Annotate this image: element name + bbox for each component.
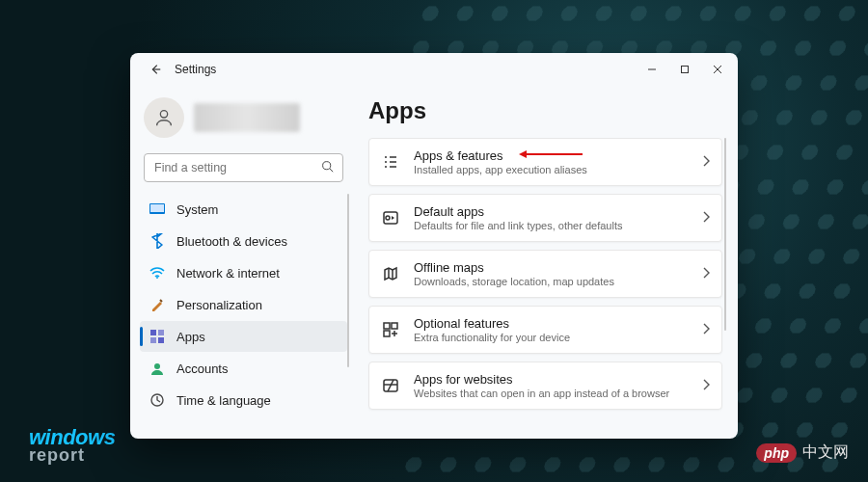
svg-rect-6 bbox=[150, 330, 156, 335]
card-subtitle: Downloads, storage location, map updates bbox=[414, 276, 689, 287]
sidebar-item-label: System bbox=[176, 202, 218, 217]
annotation-arrow-icon bbox=[517, 148, 584, 160]
apps-websites-icon bbox=[381, 376, 400, 395]
sidebar-item-bluetooth[interactable]: Bluetooth & devices bbox=[140, 226, 347, 256]
svg-rect-8 bbox=[150, 337, 156, 343]
svg-point-5 bbox=[156, 277, 158, 279]
maximize-icon bbox=[680, 65, 690, 74]
card-title: Offline maps bbox=[414, 260, 689, 275]
card-title: Apps & features bbox=[414, 148, 689, 163]
card-subtitle: Websites that can open in an app instead… bbox=[414, 388, 689, 399]
sidebar-item-apps[interactable]: Apps bbox=[140, 321, 347, 352]
sidebar-item-label: Bluetooth & devices bbox=[176, 234, 287, 249]
svg-point-14 bbox=[386, 216, 390, 220]
svg-rect-15 bbox=[384, 323, 390, 329]
card-title: Apps for websites bbox=[414, 372, 689, 387]
watermark-windowsreport: windows report bbox=[29, 428, 115, 463]
chevron-right-icon bbox=[702, 265, 710, 282]
svg-rect-9 bbox=[158, 337, 164, 343]
sidebar-item-label: Accounts bbox=[176, 362, 228, 376]
card-subtitle: Installed apps, app execution aliases bbox=[414, 164, 689, 175]
minimize-button[interactable] bbox=[636, 56, 668, 83]
card-apps-websites[interactable]: Apps for websites Websites that can open… bbox=[368, 362, 722, 410]
sidebar-item-label: Apps bbox=[176, 330, 205, 344]
sidebar-item-system[interactable]: System bbox=[140, 194, 347, 225]
svg-point-2 bbox=[323, 162, 331, 170]
card-default-apps[interactable]: Default apps Defaults for file and link … bbox=[368, 194, 722, 242]
main-panel: Apps Apps & features Installed apps, app… bbox=[357, 86, 738, 439]
chevron-right-icon bbox=[702, 209, 710, 227]
person-icon bbox=[153, 107, 175, 128]
sidebar-item-network[interactable]: Network & internet bbox=[140, 257, 347, 288]
card-text: Optional features Extra functionality fo… bbox=[414, 316, 689, 343]
settings-cards: Apps & features Installed apps, app exec… bbox=[368, 138, 722, 410]
sidebar-item-accounts[interactable]: Accounts bbox=[140, 353, 347, 384]
arrow-left-icon bbox=[149, 63, 162, 76]
watermark-phpcn: php 中文网 bbox=[756, 442, 849, 463]
card-subtitle: Extra functionality for your device bbox=[414, 332, 689, 343]
page-title: Apps bbox=[368, 97, 722, 124]
search-field[interactable] bbox=[144, 153, 343, 182]
back-button[interactable] bbox=[144, 58, 167, 81]
close-button[interactable] bbox=[701, 56, 734, 83]
avatar bbox=[144, 97, 184, 138]
sidebar-item-label: Network & internet bbox=[176, 266, 280, 281]
close-icon bbox=[713, 65, 722, 74]
window-title: Settings bbox=[175, 63, 216, 76]
svg-point-1 bbox=[160, 111, 167, 118]
card-apps-features[interactable]: Apps & features Installed apps, app exec… bbox=[368, 138, 722, 186]
card-title: Default apps bbox=[414, 204, 689, 219]
maximize-button[interactable] bbox=[668, 56, 701, 83]
card-text: Default apps Defaults for file and link … bbox=[414, 204, 689, 231]
accounts-icon bbox=[149, 361, 165, 376]
profile-section[interactable] bbox=[140, 90, 347, 151]
chevron-right-icon bbox=[702, 377, 710, 394]
chevron-right-icon bbox=[702, 321, 710, 338]
profile-name-redacted bbox=[194, 103, 300, 132]
network-icon bbox=[149, 265, 165, 281]
offline-maps-icon bbox=[381, 264, 400, 283]
default-apps-icon bbox=[381, 208, 400, 228]
card-subtitle: Defaults for file and link types, other … bbox=[414, 220, 689, 231]
settings-window: Settings bbox=[130, 53, 738, 439]
card-offline-maps[interactable]: Offline maps Downloads, storage location… bbox=[368, 250, 722, 298]
sidebar-item-time-language[interactable]: Time & language bbox=[140, 385, 347, 415]
system-icon bbox=[149, 201, 165, 217]
search-icon bbox=[321, 159, 334, 176]
personalize-icon bbox=[149, 297, 165, 312]
card-text: Apps for websites Websites that can open… bbox=[414, 372, 689, 399]
titlebar: Settings bbox=[130, 53, 738, 86]
chevron-right-icon bbox=[702, 153, 710, 171]
apps-features-icon bbox=[381, 152, 400, 172]
sidebar-item-label: Personalization bbox=[176, 298, 262, 312]
sidebar-item-label: Time & language bbox=[176, 393, 271, 408]
search-input[interactable] bbox=[144, 153, 343, 182]
card-text: Apps & features Installed apps, app exec… bbox=[414, 148, 689, 175]
time-language-icon bbox=[149, 392, 165, 408]
svg-rect-17 bbox=[384, 331, 390, 336]
sidebar: System Bluetooth & devices Network & int… bbox=[130, 86, 357, 439]
svg-point-10 bbox=[154, 363, 160, 369]
card-text: Offline maps Downloads, storage location… bbox=[414, 260, 689, 287]
minimize-icon bbox=[647, 65, 657, 74]
card-optional-features[interactable]: Optional features Extra functionality fo… bbox=[368, 306, 722, 354]
svg-rect-0 bbox=[682, 67, 689, 73]
svg-rect-16 bbox=[392, 323, 397, 329]
svg-rect-7 bbox=[158, 330, 164, 335]
bluetooth-icon bbox=[149, 233, 165, 249]
svg-rect-4 bbox=[150, 204, 164, 212]
sidebar-nav: System Bluetooth & devices Network & int… bbox=[140, 194, 347, 415]
apps-icon bbox=[149, 329, 165, 344]
sidebar-item-personalize[interactable]: Personalization bbox=[140, 289, 347, 320]
optional-features-icon bbox=[381, 320, 400, 339]
card-title: Optional features bbox=[414, 316, 689, 331]
